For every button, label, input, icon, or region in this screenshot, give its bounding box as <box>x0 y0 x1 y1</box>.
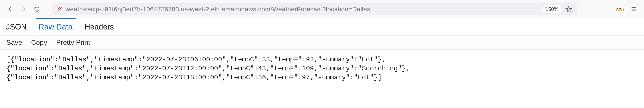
raw-line: [{"location":"Dallas","timestamp":"2022-… <box>6 56 386 63</box>
json-viewer-actions: Save Copy Pretty Print <box>0 36 644 50</box>
raw-json-body: [{"location":"Dallas","timestamp":"2022-… <box>0 50 644 88</box>
save-button[interactable]: Save <box>6 39 22 46</box>
reload-button[interactable] <box>31 4 42 15</box>
tab-json[interactable]: JSON <box>6 19 26 35</box>
pretty-print-button[interactable]: Pretty Print <box>56 39 90 46</box>
json-viewer-tabs: JSON Raw Data Headers <box>0 18 644 36</box>
insecure-lock-icon <box>56 6 62 12</box>
raw-line: {"location":"Dallas","timestamp":"2022-0… <box>6 65 410 72</box>
tab-headers[interactable]: Headers <box>84 19 114 35</box>
url-text: weath-recip-z91t6nj3ed7h-1064726783.us-w… <box>66 5 540 13</box>
svg-marker-2 <box>566 6 572 11</box>
toolbar-right: ᴀᴡs <box>584 4 639 15</box>
copy-button[interactable]: Copy <box>31 39 47 46</box>
back-button[interactable] <box>5 4 16 15</box>
extension-icon[interactable]: ᴀᴡs <box>616 5 624 13</box>
browser-toolbar: weath-recip-z91t6nj3ed7h-1064726783.us-w… <box>0 0 644 18</box>
forward-button[interactable] <box>18 4 29 15</box>
address-bar[interactable]: weath-recip-z91t6nj3ed7h-1064726783.us-w… <box>53 3 577 15</box>
app-menu-button[interactable] <box>628 4 639 15</box>
zoom-badge[interactable]: 150% <box>543 5 561 13</box>
bookmark-star-icon[interactable] <box>564 4 573 15</box>
tab-raw-data[interactable]: Raw Data <box>39 19 72 35</box>
raw-line: {"location":"Dallas","timestamp":"2022-0… <box>6 74 382 81</box>
